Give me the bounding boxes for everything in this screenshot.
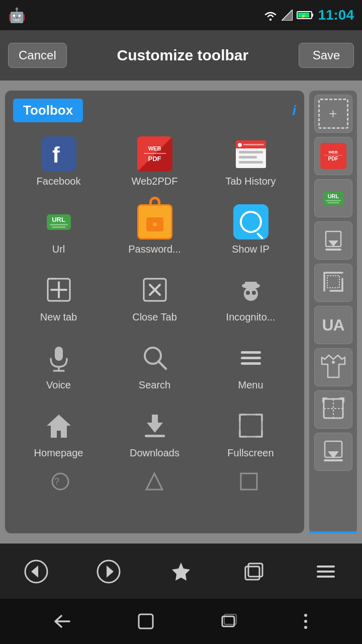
- search-label: Search: [139, 379, 170, 391]
- svg-marker-32: [146, 473, 162, 490]
- sidebar-dl2-icon: [321, 438, 346, 465]
- sidebar-panel: + WEB PDF URL: [309, 91, 357, 533]
- svg-rect-33: [241, 473, 257, 490]
- password-icon: [137, 204, 172, 239]
- toolbox-label: Toolbox: [13, 99, 83, 122]
- svg-rect-29: [240, 415, 262, 437]
- add-dashed-icon: +: [318, 99, 348, 129]
- facebook-label: Facebook: [37, 176, 81, 187]
- sidebar-dl2[interactable]: [314, 433, 352, 471]
- tool-item-show-ip[interactable]: IP Show IP: [205, 198, 296, 261]
- tab-history-label: Tab History: [225, 176, 276, 187]
- sidebar-ua[interactable]: UA: [314, 306, 352, 344]
- svg-rect-63: [317, 576, 335, 578]
- facebook-icon: f: [41, 136, 76, 172]
- svg-marker-42: [322, 355, 345, 377]
- tool-item-facebook[interactable]: f Facebook: [13, 130, 104, 193]
- wifi-icon: [263, 10, 278, 21]
- sys-home-button[interactable]: [137, 612, 155, 630]
- sidebar-shirt[interactable]: [314, 348, 352, 386]
- sidebar-url-icon: URL: [321, 191, 345, 206]
- voice-label: Voice: [46, 379, 71, 391]
- sidebar-crop2-icon: [321, 396, 346, 423]
- tab-history-icon: [233, 136, 268, 172]
- svg-marker-35: [328, 240, 338, 247]
- tool-grid: f Facebook WEB PDF Web2PDF: [13, 130, 296, 465]
- tool-item-password[interactable]: Password...: [109, 198, 200, 261]
- tool-item-web2pdf[interactable]: WEB PDF Web2PDF: [109, 130, 200, 193]
- homepage-icon: [41, 408, 76, 443]
- page-title: Customize toolbar: [67, 47, 299, 64]
- fullscreen-icon: [233, 408, 268, 443]
- tool-item-incognito[interactable]: Incognito...: [205, 266, 296, 329]
- show-ip-icon: IP: [233, 204, 268, 239]
- nav-tabs-button[interactable]: [233, 551, 274, 592]
- sidebar-crop-icon: [320, 269, 346, 297]
- sidebar-url[interactable]: URL: [314, 179, 352, 217]
- tool-item-search[interactable]: Search: [109, 334, 200, 397]
- url-icon: URL: [41, 204, 76, 239]
- new-tab-icon: [41, 272, 76, 307]
- nav-back-button[interactable]: [16, 551, 56, 592]
- downloads-label: Downloads: [130, 447, 179, 459]
- svg-rect-5: [312, 14, 313, 17]
- tool-item-tab-history[interactable]: Tab History: [205, 130, 296, 193]
- tool-item-homepage[interactable]: Homepage: [13, 402, 104, 465]
- svg-rect-48: [322, 397, 324, 403]
- sys-back-button[interactable]: [52, 614, 72, 629]
- sidebar-download[interactable]: [314, 221, 352, 260]
- save-button[interactable]: Save: [299, 43, 354, 68]
- svg-point-43: [332, 361, 335, 364]
- svg-rect-50: [343, 397, 344, 403]
- svg-marker-55: [31, 566, 38, 578]
- progress-line: [309, 531, 357, 533]
- web2pdf-icon: WEB PDF: [137, 136, 172, 172]
- tool-item-fullscreen[interactable]: Fullscreen: [205, 402, 296, 465]
- svg-text:f: f: [52, 142, 60, 167]
- show-ip-label: Show IP: [232, 244, 269, 255]
- sidebar-web2pdf[interactable]: WEB PDF: [314, 137, 352, 175]
- svg-marker-58: [172, 562, 190, 581]
- status-bar-right: ⚡ 11:04: [263, 7, 354, 23]
- fullscreen-label: Fullscreen: [227, 447, 274, 459]
- sys-more-button[interactable]: [302, 612, 310, 630]
- sidebar-crop[interactable]: [314, 264, 352, 302]
- homepage-label: Homepage: [34, 447, 83, 459]
- svg-rect-41: [327, 276, 339, 288]
- svg-rect-64: [139, 614, 153, 628]
- toolbox-header: Toolbox i: [13, 99, 296, 122]
- tool-item-close-tab[interactable]: Close Tab: [109, 266, 200, 329]
- nav-bookmark-button[interactable]: [161, 551, 201, 592]
- sidebar-add-new[interactable]: +: [314, 95, 352, 133]
- voice-icon: [41, 340, 76, 375]
- svg-point-18: [244, 287, 258, 301]
- tool-item-menu[interactable]: Menu: [205, 334, 296, 397]
- sidebar-crop2[interactable]: [314, 390, 352, 429]
- svg-rect-44: [324, 399, 343, 418]
- svg-text:⚡: ⚡: [301, 13, 307, 19]
- bottom-nav: [0, 543, 362, 599]
- tool-item-voice[interactable]: Voice: [13, 334, 104, 397]
- close-tab-label: Close Tab: [132, 311, 177, 323]
- nav-forward-button[interactable]: [88, 551, 129, 592]
- svg-rect-60: [248, 564, 262, 577]
- info-icon[interactable]: i: [292, 103, 296, 119]
- svg-point-19: [246, 291, 250, 295]
- incognito-icon: [233, 272, 268, 307]
- cancel-button[interactable]: Cancel: [8, 43, 67, 68]
- nav-menu-button[interactable]: [306, 551, 346, 592]
- svg-line-25: [158, 361, 166, 369]
- tool-item-new-tab[interactable]: New tab: [13, 266, 104, 329]
- password-label: Password...: [128, 244, 180, 255]
- status-time: 11:04: [318, 7, 354, 23]
- sidebar-download-icon: [323, 229, 343, 252]
- search-icon: [137, 340, 172, 375]
- sys-recents-button[interactable]: [219, 612, 237, 630]
- tool-item-downloads[interactable]: Downloads: [109, 402, 200, 465]
- tool-item-url[interactable]: URL Url: [13, 198, 104, 261]
- svg-rect-36: [325, 249, 341, 251]
- svg-rect-28: [145, 435, 165, 437]
- signal-icon: [282, 10, 293, 21]
- svg-rect-21: [55, 347, 63, 361]
- svg-point-69: [304, 626, 307, 629]
